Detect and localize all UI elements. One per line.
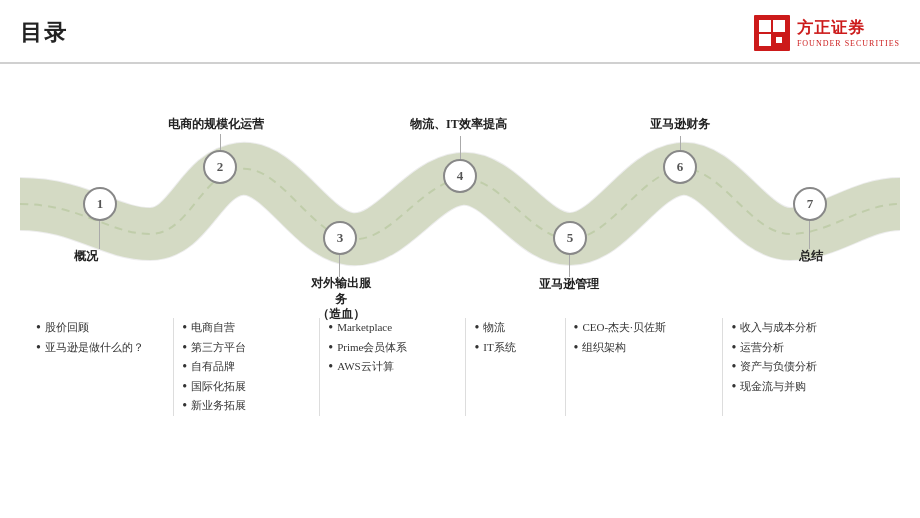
svg-rect-5 xyxy=(776,37,782,43)
label-4-above: 物流、IT效率提高 xyxy=(410,116,507,133)
bullet-dot: • xyxy=(328,357,333,377)
bullet-dot: • xyxy=(474,338,479,358)
svg-rect-1 xyxy=(759,20,771,32)
bullets-section: • 股价回顾 • 亚马逊是做什么的？ • 电商自营 • 第三方平台 • 自有品牌 xyxy=(20,318,900,416)
bullet-text: AWS云计算 xyxy=(337,357,394,376)
bullet-item: • 第三方平台 xyxy=(182,338,311,358)
label-2-above: 电商的规模化运营 xyxy=(168,116,264,133)
bullet-dot: • xyxy=(182,338,187,358)
bullet-text: 现金流与并购 xyxy=(740,377,806,396)
node-2: 2 xyxy=(203,150,237,184)
bullet-dot: • xyxy=(731,377,736,397)
bullet-item: • 电商自营 xyxy=(182,318,311,338)
bullet-item: • 运营分析 xyxy=(731,338,884,358)
label-7: 总结 xyxy=(799,248,823,265)
vline-4-up xyxy=(460,136,461,160)
col-divider xyxy=(173,318,174,416)
node-7: 7 xyxy=(793,187,827,221)
bullet-text: IT系统 xyxy=(483,338,515,357)
bullet-item: • 组织架构 xyxy=(574,338,715,358)
bullet-text: 电商自营 xyxy=(191,318,235,337)
logo: 方正证券 FOUNDER SECURITIES xyxy=(753,14,900,52)
bullet-col-6: • 收入与成本分析 • 运营分析 • 资产与负债分析 • 现金流与并购 xyxy=(725,318,890,416)
bullet-item: • 收入与成本分析 xyxy=(731,318,884,338)
label-6-above: 亚马逊财务 xyxy=(650,116,710,133)
node-1: 1 xyxy=(83,187,117,221)
bullet-item: • 物流 xyxy=(474,318,556,338)
bullet-dot: • xyxy=(731,318,736,338)
bullet-col-4: • 物流 • IT系统 xyxy=(468,318,562,416)
bullet-dot: • xyxy=(182,357,187,377)
bullet-item: • CEO-杰夫·贝佐斯 xyxy=(574,318,715,338)
node-4: 4 xyxy=(443,159,477,193)
bullet-text: 收入与成本分析 xyxy=(740,318,817,337)
node-5: 5 xyxy=(553,221,587,255)
node-3: 3 xyxy=(323,221,357,255)
road-path-svg xyxy=(20,74,900,314)
main-content: 1 概况 电商的规模化运营 2 3 对外输出服务（造血） 物流、IT效率提高 4… xyxy=(0,64,920,416)
bullet-item: • 亚马逊是做什么的？ xyxy=(36,338,165,358)
bullet-dot: • xyxy=(731,357,736,377)
bullet-item: • AWS云计算 xyxy=(328,357,457,377)
bullet-dot: • xyxy=(36,338,41,358)
bullet-dot: • xyxy=(36,318,41,338)
bullet-text: 第三方平台 xyxy=(191,338,246,357)
col-divider xyxy=(565,318,566,416)
vline-3-down xyxy=(339,255,340,277)
bullet-text: 新业务拓展 xyxy=(191,396,246,415)
label-3: 对外输出服务（造血） xyxy=(308,276,373,323)
bullet-text: 运营分析 xyxy=(740,338,784,357)
col-divider xyxy=(722,318,723,416)
bullet-text: 组织架构 xyxy=(582,338,626,357)
bullet-text: 资产与负债分析 xyxy=(740,357,817,376)
bullet-dot: • xyxy=(731,338,736,358)
bullet-text: CEO-杰夫·贝佐斯 xyxy=(582,318,665,337)
bullet-dot: • xyxy=(182,377,187,397)
bullet-dot: • xyxy=(574,318,579,338)
vline-5-down xyxy=(569,255,570,277)
bullet-item: • 国际化拓展 xyxy=(182,377,311,397)
bullet-text: 股价回顾 xyxy=(45,318,89,337)
logo-text: 方正证券 FOUNDER SECURITIES xyxy=(797,18,900,48)
bullet-item: • 资产与负债分析 xyxy=(731,357,884,377)
bullet-dot: • xyxy=(328,338,333,358)
bullet-dot: • xyxy=(474,318,479,338)
svg-rect-3 xyxy=(759,34,771,46)
bullet-text: 自有品牌 xyxy=(191,357,235,376)
label-5: 亚马逊管理 xyxy=(539,276,599,293)
col-divider xyxy=(319,318,320,416)
bullet-text: 亚马逊是做什么的？ xyxy=(45,338,144,357)
node-6: 6 xyxy=(663,150,697,184)
road-section: 1 概况 电商的规模化运营 2 3 对外输出服务（造血） 物流、IT效率提高 4… xyxy=(20,74,900,314)
bullet-item: • 自有品牌 xyxy=(182,357,311,377)
bullet-col-2: • 电商自营 • 第三方平台 • 自有品牌 • 国际化拓展 • 新业务拓展 xyxy=(176,318,317,416)
bullet-text: 物流 xyxy=(483,318,505,337)
col-divider xyxy=(465,318,466,416)
header: 目录 方正证券 FOUNDER SECURITIES xyxy=(0,0,920,64)
bullet-item: • 现金流与并购 xyxy=(731,377,884,397)
vline-7-down xyxy=(809,221,810,249)
logo-icon xyxy=(753,14,791,52)
vline-1-down xyxy=(99,221,100,249)
bullet-item: • 股价回顾 xyxy=(36,318,165,338)
vline-6-up xyxy=(680,136,681,150)
page-title: 目录 xyxy=(20,18,68,48)
bullet-col-5: • CEO-杰夫·贝佐斯 • 组织架构 xyxy=(568,318,721,416)
bullet-dot: • xyxy=(574,338,579,358)
bullet-item: • Prime会员体系 xyxy=(328,338,457,358)
logo-chinese: 方正证券 xyxy=(797,18,865,39)
bullet-col-1: • 股价回顾 • 亚马逊是做什么的？ xyxy=(30,318,171,416)
logo-english: FOUNDER SECURITIES xyxy=(797,39,900,48)
label-1: 概况 xyxy=(74,248,98,265)
bullet-text: Prime会员体系 xyxy=(337,338,407,357)
bullet-col-3: • Marketplace • Prime会员体系 • AWS云计算 xyxy=(322,318,463,416)
svg-rect-2 xyxy=(773,20,785,32)
bullet-item: • IT系统 xyxy=(474,338,556,358)
bullet-dot: • xyxy=(182,318,187,338)
bullet-text: 国际化拓展 xyxy=(191,377,246,396)
bullet-item: • 新业务拓展 xyxy=(182,396,311,416)
bullet-dot: • xyxy=(182,396,187,416)
